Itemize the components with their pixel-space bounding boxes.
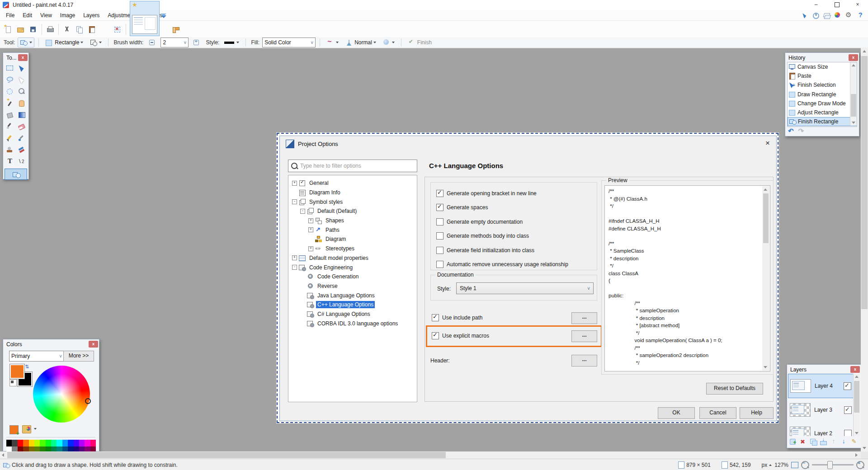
palette-swatch[interactable] [90, 440, 96, 446]
tree-expander[interactable]: + [292, 181, 297, 186]
palette-swatch[interactable] [12, 440, 17, 446]
tool-color-picker[interactable] [16, 132, 28, 144]
layer-row[interactable]: Layer 4 [788, 374, 854, 398]
draw-mode-button[interactable] [87, 38, 104, 47]
tree-item-diagram[interactable]: Diagram [288, 235, 417, 244]
doc-style-select[interactable]: Style 1˅ [456, 282, 594, 294]
tool-pan[interactable] [16, 97, 28, 109]
add-to-palette-button[interactable] [9, 425, 19, 434]
history-item[interactable]: Paste [788, 71, 857, 80]
layers-toggle-button[interactable] [822, 11, 832, 20]
tree-expander[interactable]: - [292, 265, 297, 270]
tool-text[interactable] [4, 156, 16, 168]
palette-swatch[interactable] [79, 440, 85, 446]
layers-panel-close-icon[interactable]: x [850, 366, 860, 373]
finish-button[interactable]: Finish [406, 38, 434, 47]
scroll-down-icon[interactable] [855, 432, 859, 434]
tool-line-curve[interactable] [16, 156, 28, 168]
image-list-chevron-icon[interactable] [161, 15, 166, 18]
palette-swatch[interactable] [29, 440, 34, 446]
copy-button[interactable] [73, 23, 86, 36]
palette-folder-icon[interactable] [22, 425, 31, 433]
tree-item-code-generation[interactable]: Code Generation [288, 272, 417, 282]
primary-color-swatch[interactable] [10, 364, 24, 379]
tool-eraser[interactable] [16, 121, 28, 132]
tree-item-shapes[interactable]: +Shapes [288, 216, 417, 226]
option-checkbox-row[interactable]: Generate field initialization into class [436, 243, 597, 258]
open-button[interactable] [14, 23, 27, 36]
scroll-down-icon[interactable] [863, 447, 866, 449]
tool-pencil[interactable] [4, 132, 16, 144]
checkbox[interactable] [436, 218, 443, 226]
checkbox[interactable] [432, 314, 439, 321]
swap-colors-icon[interactable]: ⇅ [25, 364, 29, 370]
tree-item-java-language-options[interactable]: Java Language Options [288, 291, 417, 300]
tool-recolor[interactable] [16, 144, 28, 156]
scrollbar-thumb[interactable] [854, 381, 859, 413]
checkbox[interactable] [436, 232, 443, 240]
scroll-up-icon[interactable] [852, 64, 855, 66]
palette-swatch[interactable] [23, 440, 28, 446]
colors-panel-close-icon[interactable]: x [89, 341, 98, 348]
tool-move-selected-pixels[interactable] [16, 62, 28, 74]
tool-ellipse-select[interactable] [4, 85, 16, 97]
tools-toggle-button[interactable] [800, 11, 810, 20]
history-item[interactable]: Finish Selection [788, 80, 857, 89]
paste-button[interactable] [86, 23, 99, 36]
preview-scrollbar[interactable] [762, 186, 769, 371]
palette-swatch[interactable] [34, 440, 40, 446]
cut-button[interactable] [61, 23, 73, 36]
ok-button[interactable]: OK [658, 407, 695, 419]
layer-visible-checkbox[interactable] [844, 406, 852, 414]
tree-expander[interactable]: + [308, 246, 313, 251]
tools-panel-close-icon[interactable]: x [18, 54, 28, 61]
layers-scrollbar[interactable] [853, 374, 860, 436]
layer-row[interactable]: Layer 2 [788, 422, 854, 436]
canvas[interactable]: Project Options × +GeneralDiagram Info-S… [277, 133, 778, 423]
dialog-close-icon[interactable]: × [765, 139, 770, 148]
scroll-up-icon[interactable] [855, 376, 859, 378]
scroll-down-icon[interactable] [764, 366, 767, 368]
palette-swatch[interactable] [51, 440, 57, 446]
checkbox[interactable] [432, 332, 439, 339]
image-thumbnail-tab[interactable]: ★ [130, 1, 160, 36]
fill-style-select[interactable]: Solid Color˅ [262, 38, 316, 47]
checkbox[interactable] [436, 204, 443, 211]
menu-layers[interactable]: Layers [79, 11, 104, 20]
brush-width-select[interactable]: 2˅ [160, 38, 189, 47]
units-dropdown[interactable]: px [762, 462, 772, 468]
menu-edit[interactable]: Edit [19, 11, 36, 20]
palette-swatch[interactable] [18, 440, 23, 446]
tool-lasso-select[interactable] [4, 74, 16, 85]
scrollbar-thumb[interactable] [763, 193, 769, 243]
brush-width-increase[interactable] [190, 38, 203, 47]
tool-rectangle-select[interactable] [4, 62, 16, 74]
tool-zoom[interactable] [16, 85, 28, 97]
history-undo-icon[interactable]: ↶ [788, 127, 794, 135]
checkbox[interactable] [436, 190, 443, 197]
settings-button[interactable] [844, 11, 854, 20]
checkbox[interactable] [436, 261, 443, 268]
history-item[interactable]: Finish Rectangle [788, 117, 857, 126]
tree-expander[interactable]: + [308, 218, 313, 223]
scrollbar-thumb[interactable] [7, 452, 446, 458]
zoom-out-icon[interactable]: − [801, 461, 809, 469]
tree-item-default-default-[interactable]: -Default (Default) [288, 207, 417, 216]
tree-item-general[interactable]: +General [288, 179, 417, 188]
palette-swatch[interactable] [40, 440, 45, 446]
tree-item-symbol-styles[interactable]: -Symbol styles [288, 197, 417, 207]
curve-type-button[interactable] [324, 38, 341, 47]
canvas-vertical-scrollbar[interactable] [861, 48, 868, 451]
history-item[interactable]: Change Draw Mode [788, 99, 857, 108]
menu-image[interactable]: Image [56, 11, 79, 20]
history-item[interactable]: Adjust Rectangle [788, 108, 857, 117]
minimize-button[interactable]: – [806, 0, 826, 10]
print-button[interactable] [44, 23, 57, 36]
tree-item-c-language-options[interactable]: C# Language Options [288, 310, 417, 319]
blend-mode-button[interactable]: Normal [343, 38, 378, 47]
browse-button[interactable]: ... [571, 330, 597, 342]
tree-item-default-model-properties[interactable]: +Default model properties [288, 254, 417, 263]
tree-item-diagram-info[interactable]: Diagram Info [288, 188, 417, 197]
help-button[interactable] [855, 11, 865, 20]
zoom-slider[interactable] [812, 464, 854, 465]
